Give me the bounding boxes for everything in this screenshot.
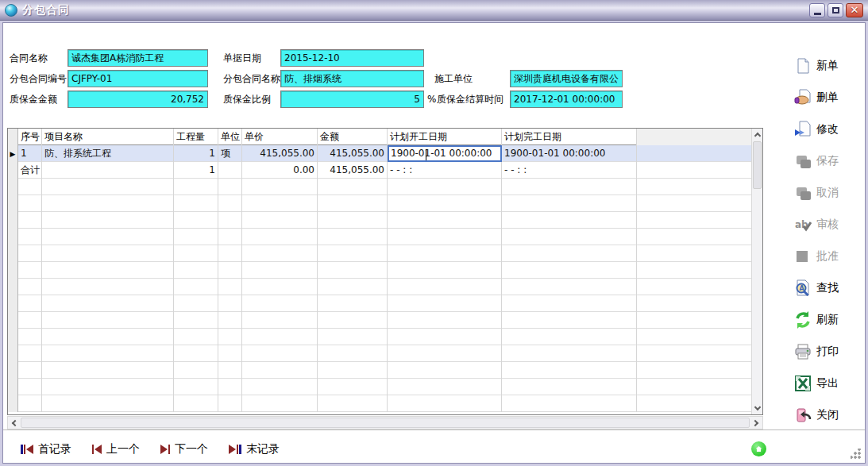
table-cell: [242, 329, 318, 345]
table-cell[interactable]: - - : :: [388, 162, 502, 179]
vertical-scrollbar[interactable]: [751, 129, 762, 414]
column-header[interactable]: 序号: [18, 129, 42, 145]
table-cell: [502, 345, 637, 362]
table-cell: [174, 329, 218, 345]
exit-icon: [793, 406, 812, 425]
table-cell: [18, 379, 42, 395]
window-title: 分包合同: [22, 3, 70, 17]
table-cell: [242, 295, 318, 312]
table-cell[interactable]: 1900-01-01 00:00:00: [502, 145, 637, 162]
table-cell[interactable]: 415,055.00: [318, 145, 388, 162]
table-cell: [174, 362, 218, 379]
builder-field[interactable]: 深圳贵庭机电设备有限公: [510, 70, 623, 87]
nav-button-label: 上一个: [106, 442, 140, 456]
table-cell: [174, 245, 218, 262]
row-indicator-cell: [8, 195, 18, 212]
scroll-left-button[interactable]: [8, 417, 20, 429]
sub-contract-no-field[interactable]: CJFPY-01: [68, 70, 208, 87]
minimize-button[interactable]: [809, 3, 825, 17]
table-cell: [42, 212, 174, 229]
row-indicator-cell: [8, 312, 18, 329]
column-header[interactable]: 工程量: [174, 129, 218, 145]
active-cell[interactable]: 1900-01-01 00:00:00: [388, 145, 502, 162]
table-cell: [242, 345, 318, 362]
retention-date-field[interactable]: 2017-12-01 00:00:00: [510, 91, 623, 108]
retention-amount-field[interactable]: 20,752: [68, 91, 208, 108]
table-cell[interactable]: 1: [174, 145, 218, 162]
table-cell: [42, 312, 174, 329]
table-cell: [218, 195, 242, 212]
main-panel: 合同名称 诚杰集团A栋消防工程 单据日期 2015-12-10 分包合同编号 C…: [2, 22, 866, 464]
horizontal-scrollbar[interactable]: [7, 416, 763, 429]
maximize-button[interactable]: [827, 3, 843, 17]
table-cell: [388, 195, 502, 212]
horizontal-scroll-thumb[interactable]: [21, 418, 750, 428]
column-header[interactable]: 金额: [318, 129, 388, 145]
action-button-exit[interactable]: 关闭: [793, 406, 855, 425]
table-cell: [502, 212, 637, 229]
action-button-delete[interactable]: 删单: [793, 88, 855, 107]
filler-cell: [637, 395, 751, 412]
table-cell: [18, 329, 42, 345]
column-header[interactable]: 项目名称: [42, 129, 174, 145]
table-cell[interactable]: 项: [218, 145, 242, 162]
nav-first-record-button[interactable]: 首记录: [21, 442, 71, 456]
doc-date-field[interactable]: 2015-12-10: [280, 49, 424, 67]
column-header[interactable]: 单价: [242, 129, 318, 145]
table-cell: [388, 395, 502, 412]
table-cell: [174, 379, 218, 395]
row-indicator-cell: [8, 395, 18, 412]
action-button-label: 查找: [816, 281, 839, 295]
contract-name-field[interactable]: 诚杰集团A栋消防工程: [68, 49, 208, 67]
column-header[interactable]: 单位: [218, 129, 242, 145]
action-button-export[interactable]: 导出: [793, 374, 855, 393]
table-cell: [318, 312, 388, 329]
nav-last-record-button[interactable]: 末记录: [229, 442, 280, 456]
table-cell[interactable]: 合计: [18, 162, 42, 179]
table-cell: [42, 229, 174, 245]
first-record-icon: [21, 445, 33, 454]
nav-next-record-button[interactable]: 下一个: [160, 442, 208, 456]
filler-cell: [637, 195, 751, 212]
resize-grip[interactable]: [851, 449, 861, 459]
table-cell: [42, 262, 174, 279]
table-cell: [242, 229, 318, 245]
table-cell[interactable]: [218, 162, 242, 179]
action-button-modify[interactable]: 修改: [793, 120, 855, 139]
table-cell: [218, 362, 242, 379]
row-indicator-cell: [8, 212, 18, 229]
retention-ratio-field[interactable]: 5: [280, 91, 424, 108]
column-header[interactable]: 计划完工日期: [502, 129, 637, 145]
vertical-scroll-thumb[interactable]: [753, 141, 762, 189]
close-button[interactable]: ✕: [846, 3, 863, 17]
action-button-label: 打印: [816, 345, 839, 359]
column-header[interactable]: 计划开工日期: [388, 129, 502, 145]
filler-cell: [637, 362, 751, 379]
table-cell: [42, 179, 174, 195]
table-cell: [318, 379, 388, 395]
close-icon: ✕: [851, 5, 859, 15]
table-cell[interactable]: 0.00: [242, 162, 318, 179]
table-cell[interactable]: 1: [18, 145, 42, 162]
table-cell[interactable]: 防、排系统工程: [42, 145, 174, 162]
table-cell[interactable]: [42, 162, 174, 179]
scroll-right-button[interactable]: [750, 417, 762, 429]
sub-contract-name-field[interactable]: 防、排烟系统: [280, 70, 424, 87]
table-cell: [18, 179, 42, 195]
scroll-up-button[interactable]: [752, 129, 762, 141]
action-button-print[interactable]: 打印: [793, 342, 855, 361]
maximize-icon: [832, 7, 839, 13]
table-cell[interactable]: 415,055.00: [242, 145, 318, 162]
table-cell: [388, 362, 502, 379]
nav-previous-record-button[interactable]: 上一个: [92, 442, 140, 456]
cancel-icon: [793, 183, 812, 202]
table-cell: [388, 212, 502, 229]
action-button-find[interactable]: A查找: [793, 279, 855, 298]
table-cell[interactable]: - - : :: [502, 162, 637, 179]
table-cell[interactable]: 415,055.00: [318, 162, 388, 179]
action-button-new-doc[interactable]: 新单: [793, 56, 855, 75]
table-cell[interactable]: 1: [174, 162, 218, 179]
action-button-refresh[interactable]: 刷新: [793, 310, 855, 329]
table-cell: [242, 179, 318, 195]
scroll-down-button[interactable]: [752, 402, 762, 414]
